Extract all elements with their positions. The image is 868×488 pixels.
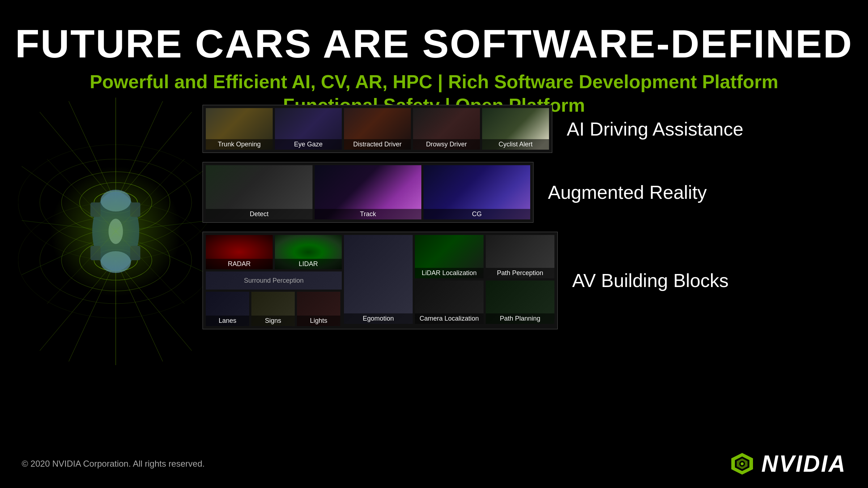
footer: © 2020 NVIDIA Corporation. All rights re… [22,450,846,477]
thumb-cyclist-alert-label: Cyclist Alert [482,139,549,150]
thumb-drowsy-driver: Drowsy Driver [413,108,480,150]
thumb-distracted-driver-label: Distracted Driver [344,139,411,150]
thumb-lidar-loc-label: LiDAR Localization [415,268,484,278]
thumb-detect-label: Detect [206,209,312,219]
thumb-camera-loc: Camera Localization [415,281,484,324]
car-visual [18,94,213,369]
thumb-egomotion: Egomotion [344,235,413,324]
ai-thumb-row: Trunk Opening Eye Gaze Distracted Driver… [206,108,549,150]
thumb-detect: Detect [206,165,312,219]
ar-label: Augmented Reality [548,181,707,203]
thumb-lidar-label: LIDAR [275,259,342,269]
thumb-eye-gaze-label: Eye Gaze [275,139,342,150]
subtitle-line1: Powerful and Efficient AI, CV, AR, HPC |… [0,71,868,93]
thumb-path-planning-label: Path Planning [486,313,554,324]
thumb-lanes: Lanes [206,292,249,326]
av-section: RADAR LIDAR Surround Perception Lanes [203,232,743,329]
thumb-egomotion-label: Egomotion [344,313,413,324]
thumb-distracted-driver: Distracted Driver [344,108,411,150]
thumb-surround: Surround Perception [206,271,342,290]
copyright-text: © 2020 NVIDIA Corporation. All rights re… [22,459,205,469]
thumb-path-planning: Path Planning [486,281,554,324]
thumb-lights-label: Lights [297,316,340,326]
thumb-radar: RADAR [206,235,273,269]
av-label: AV Building Blocks [572,270,729,291]
title-section: FUTURE CARS ARE SOFTWARE-DEFINED Powerfu… [0,0,868,116]
thumb-track-label: Track [315,209,421,219]
thumb-track: Track [315,165,421,219]
thumb-cg-label: CG [424,209,530,219]
svg-point-39 [741,462,744,465]
av-group: RADAR LIDAR Surround Perception Lanes [203,232,558,329]
thumb-lights: Lights [297,292,340,326]
thumb-signs: Signs [251,292,295,326]
ar-group: Detect Track CG [203,162,533,223]
thumb-lanes-label: Lanes [206,316,249,326]
ar-thumb-row: Detect Track CG [206,165,530,219]
thumb-path-perception-label: Path Perception [486,268,554,278]
thumb-camera-loc-label: Camera Localization [415,313,484,324]
thumb-drowsy-driver-label: Drowsy Driver [413,139,480,150]
ai-driving-label: AI Driving Assistance [567,118,743,140]
content-area: Trunk Opening Eye Gaze Distracted Driver… [203,105,743,329]
ai-driving-section: Trunk Opening Eye Gaze Distracted Driver… [203,105,743,153]
av-top-row: RADAR LIDAR Surround Perception Lanes [206,235,554,326]
thumb-path-perception: Path Perception [486,235,554,278]
thumb-cyclist-alert: Cyclist Alert [482,108,549,150]
thumb-eye-gaze: Eye Gaze [275,108,342,150]
ar-section: Detect Track CG Augmented Reality [203,162,743,223]
thumb-cg: CG [424,165,530,219]
thumb-trunk-opening-label: Trunk Opening [206,139,273,150]
thumb-trunk-opening: Trunk Opening [206,108,273,150]
nvidia-eye-icon [729,451,755,476]
thumb-lidar-loc: LiDAR Localization [415,235,484,278]
thumb-signs-label: Signs [251,316,295,326]
nvidia-logo: NVIDIA [729,450,846,477]
ai-driving-group: Trunk Opening Eye Gaze Distracted Driver… [203,105,552,153]
thumb-surround-label: Surround Perception [244,277,303,284]
main-title: FUTURE CARS ARE SOFTWARE-DEFINED [0,22,868,65]
nvidia-brand-text: NVIDIA [761,450,846,477]
thumb-radar-label: RADAR [206,259,273,269]
thumb-lidar: LIDAR [275,235,342,269]
